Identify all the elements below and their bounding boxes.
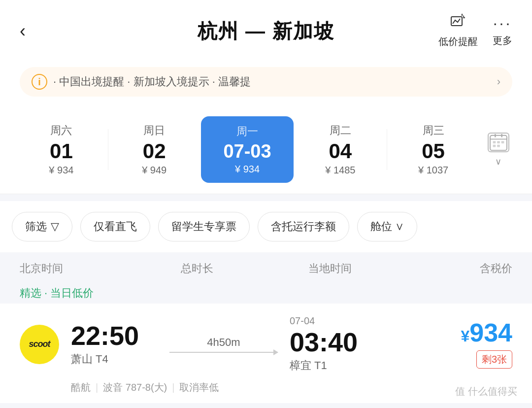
filter-icon: ▽ [51,220,59,233]
header-actions: 低价提醒 ··· 更多 [438,14,512,48]
more-button[interactable]: ··· 更多 [493,15,512,47]
airline-info: 酷航 [71,381,91,394]
weekday-tue: 周二 [330,123,351,138]
filter-label: 筛选 [25,219,47,234]
flight-card[interactable]: scoot 22:50 萧山 T4 4h50m 07-04 03:40 樟宜 T… [0,304,532,403]
airline-logo: scoot [20,325,59,364]
svg-rect-11 [493,144,496,147]
page-title: 杭州 — 新加坡 [198,18,334,45]
flight-info-row: 酷航 | 波音 787-8(大) | 取消率低 [20,381,512,394]
price-info: ¥934 剩3张 [414,320,512,369]
depart-time: 22:50 [71,322,169,349]
price-wed: ¥ 1037 [418,165,448,176]
student-ticket-button[interactable]: 留学生专享票 [158,212,250,241]
arrive-time: 03:40 [290,329,414,355]
arrive-info: 07-04 03:40 樟宜 T1 [278,315,414,373]
remaining-badge: 剩3张 [476,350,512,369]
date-selector: 周六 01 ¥ 934 周日 02 ¥ 949 周一 07-03 ¥ 934 周… [0,105,532,194]
date-item-wed[interactable]: 周三 05 ¥ 1037 [387,115,480,184]
duration-label: 4h50m [207,336,240,349]
filter-bar: 筛选 ▽ 仅看直飞 留学生专享票 含托运行李额 舱位 ∨ [0,201,532,252]
date-item-sat[interactable]: 周六 01 ¥ 934 [15,115,108,184]
price-mon: ¥ 934 [235,164,260,175]
col-beijing-time: 北京时间 [20,261,148,276]
price-sat: ¥ 934 [49,165,73,176]
date-item-mon[interactable]: 周一 07-03 ¥ 934 [201,116,294,183]
price-sun: ¥ 949 [142,165,166,176]
svg-line-1 [463,16,464,17]
calendar-icon [488,133,509,152]
svg-rect-12 [497,144,500,147]
day-mon: 07-03 [223,142,271,161]
cancel-info: 取消率低 [179,381,219,394]
weekday-wed: 周三 [423,123,444,138]
filter-button[interactable]: 筛选 ▽ [12,212,72,241]
svg-rect-9 [497,141,500,143]
cabin-label: 舱位 ∨ [370,219,404,234]
svg-rect-8 [493,141,496,143]
low-price-label: 低价提醒 [438,35,478,48]
date-item-sun[interactable]: 周日 02 ¥ 949 [108,115,201,184]
low-price-alert-button[interactable]: 低价提醒 [438,14,478,48]
header: ‹ 杭州 — 新加坡 低价提醒 ··· 更多 [0,0,532,58]
price-value: 934 [469,318,512,347]
day-sun: 02 [143,141,166,162]
weekday-sun: 周日 [143,123,165,138]
section-badge-container: 精选 · 当日低价 [0,281,532,304]
weekday-sat: 周六 [50,123,72,138]
price-symbol: ¥ [461,327,469,345]
back-button[interactable]: ‹ [20,22,26,40]
arrive-airport: 樟宜 T1 [290,358,414,373]
alert-bar: i · 中国出境提醒 · 新加坡入境提示 · 温馨提 › [0,58,532,105]
day-wed: 05 [422,141,445,162]
depart-info: 22:50 萧山 T4 [71,322,169,367]
col-duration: 总时长 [148,261,246,276]
alert-inner[interactable]: i · 中国出境提醒 · 新加坡入境提示 · 温馨提 › [20,67,512,97]
direct-flight-label: 仅看直飞 [94,219,137,234]
date-item-tue[interactable]: 周二 04 ¥ 1485 [294,115,387,184]
column-headers: 北京时间 总时长 当地时间 含税价 [0,252,532,281]
col-price: 含税价 [414,261,512,276]
sep2: | [172,382,174,393]
sep1: | [96,382,98,393]
plane-info: 波音 787-8(大) [103,381,167,394]
direct-flight-button[interactable]: 仅看直飞 [80,212,150,241]
alert-arrow-icon: › [497,75,500,88]
day-sat: 01 [50,141,73,162]
watermark: 值 什么值得买 [455,385,517,398]
airline-name: scoot [29,339,50,349]
baggage-label: 含托运行李额 [271,219,336,234]
section-badge: 精选 · 当日低价 [20,287,94,299]
svg-rect-10 [501,141,504,143]
more-label: 更多 [493,34,512,47]
weekday-mon: 周一 [236,124,258,139]
col-local-time: 当地时间 [246,261,414,276]
baggage-button[interactable]: 含托运行李额 [258,212,349,241]
depart-airport: 萧山 T4 [71,352,169,367]
price-display: ¥934 [461,320,512,345]
alert-text: · 中国出境提醒 · 新加坡入境提示 · 温馨提 [53,74,491,89]
calendar-chevron-icon: ∨ [495,156,501,167]
cabin-button[interactable]: 舱位 ∨ [357,212,417,241]
flight-main-row: scoot 22:50 萧山 T4 4h50m 07-04 03:40 樟宜 T… [20,315,512,373]
price-tue: ¥ 1485 [325,165,355,176]
student-ticket-label: 留学生专享票 [171,219,236,234]
duration-info: 4h50m [169,336,278,353]
more-icon: ··· [493,15,512,31]
alert-icon: i [32,74,47,90]
flight-arrow [169,352,278,353]
calendar-picker[interactable]: ∨ [480,128,517,172]
day-tue: 04 [329,141,352,162]
arrive-date: 07-04 [290,315,414,327]
price-alert-icon [450,14,466,32]
